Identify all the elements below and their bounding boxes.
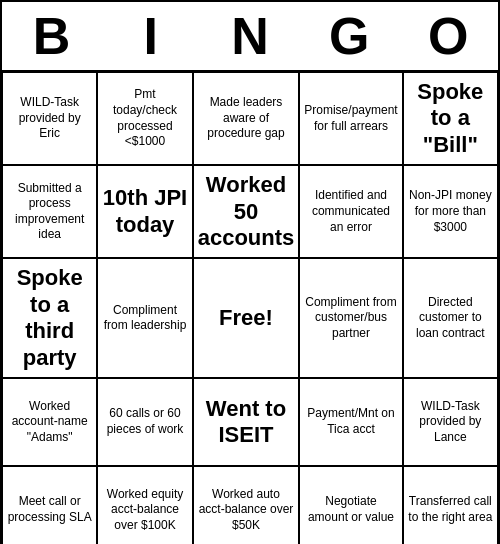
letter-b: B	[7, 10, 97, 62]
bingo-cell-21[interactable]: Worked equity acct-balance over $100K	[97, 466, 192, 544]
bingo-cell-23[interactable]: Negotiate amount or value	[299, 466, 402, 544]
bingo-cell-22[interactable]: Worked auto acct-balance over $50K	[193, 466, 300, 544]
bingo-card: B I N G O WILD-Task provided by EricPmt …	[0, 0, 500, 544]
bingo-cell-17[interactable]: Went to ISEIT	[193, 378, 300, 466]
bingo-cell-18[interactable]: Payment/Mnt on Tica acct	[299, 378, 402, 466]
bingo-cell-12[interactable]: Free!	[193, 258, 300, 378]
bingo-grid: WILD-Task provided by EricPmt today/chec…	[2, 72, 498, 544]
letter-n: N	[205, 10, 295, 62]
letter-o: O	[403, 10, 493, 62]
bingo-cell-13[interactable]: Compliment from customer/bus partner	[299, 258, 402, 378]
bingo-cell-6[interactable]: 10th JPI today	[97, 165, 192, 258]
letter-i: I	[106, 10, 196, 62]
bingo-cell-9[interactable]: Non-JPI money for more than $3000	[403, 165, 498, 258]
bingo-cell-16[interactable]: 60 calls or 60 pieces of work	[97, 378, 192, 466]
bingo-cell-20[interactable]: Meet call or processing SLA	[2, 466, 97, 544]
bingo-cell-2[interactable]: Made leaders aware of procedure gap	[193, 72, 300, 165]
bingo-cell-0[interactable]: WILD-Task provided by Eric	[2, 72, 97, 165]
bingo-cell-11[interactable]: Compliment from leadership	[97, 258, 192, 378]
bingo-cell-1[interactable]: Pmt today/check processed <$1000	[97, 72, 192, 165]
bingo-header: B I N G O	[2, 2, 498, 72]
bingo-cell-24[interactable]: Transferred call to the right area	[403, 466, 498, 544]
bingo-cell-3[interactable]: Promise/payment for full arrears	[299, 72, 402, 165]
bingo-cell-14[interactable]: Directed customer to loan contract	[403, 258, 498, 378]
bingo-cell-4[interactable]: Spoke to a "Bill"	[403, 72, 498, 165]
bingo-cell-5[interactable]: Submitted a process improvement idea	[2, 165, 97, 258]
letter-g: G	[304, 10, 394, 62]
bingo-cell-10[interactable]: Spoke to a third party	[2, 258, 97, 378]
bingo-cell-8[interactable]: Identified and communicated an error	[299, 165, 402, 258]
bingo-cell-19[interactable]: WILD-Task provided by Lance	[403, 378, 498, 466]
bingo-cell-7[interactable]: Worked 50 accounts	[193, 165, 300, 258]
bingo-cell-15[interactable]: Worked account-name "Adams"	[2, 378, 97, 466]
